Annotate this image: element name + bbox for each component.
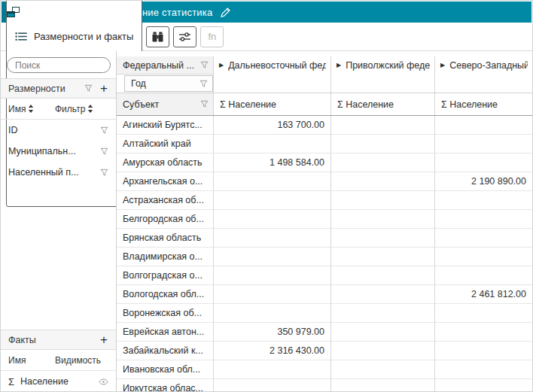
value-cell[interactable] — [434, 229, 532, 247]
edit-title-pencil-icon[interactable] — [220, 7, 231, 18]
add-fact-button[interactable]: + — [99, 333, 108, 346]
value-cell[interactable] — [434, 116, 532, 134]
row-label-cell[interactable]: Иркутская облас... — [117, 379, 213, 392]
value-cell[interactable] — [213, 266, 330, 284]
value-cell[interactable] — [330, 116, 434, 134]
filter-icon[interactable] — [100, 126, 108, 135]
value-cell[interactable] — [434, 304, 532, 322]
expand-icon[interactable]: ▶ — [337, 60, 341, 71]
row-label-cell[interactable]: Алтайский край — [117, 135, 213, 153]
column-group-label: Северо-Западный федеральный округ — [449, 60, 528, 71]
row-label-cell[interactable]: Брянская область — [117, 229, 213, 247]
fn-formula-button[interactable]: fn — [200, 26, 224, 47]
row-label-cell[interactable]: Еврейская автон... — [117, 323, 213, 341]
value-cell[interactable] — [434, 360, 532, 378]
value-cell[interactable] — [330, 248, 434, 266]
sort-icon[interactable] — [28, 105, 34, 113]
expand-icon[interactable]: ▶ — [219, 60, 224, 71]
dimensions-filter-icon[interactable] — [84, 84, 93, 93]
dimension-item[interactable]: Муниципальн... — [1, 141, 116, 162]
value-cell[interactable] — [330, 379, 434, 392]
column-dimension-cell[interactable]: Федеральный ... — [117, 56, 213, 74]
filter-icon[interactable] — [200, 61, 209, 69]
value-cell[interactable] — [434, 342, 532, 360]
filter-icon[interactable] — [199, 80, 208, 88]
filter-icon[interactable] — [200, 100, 209, 108]
value-cell[interactable]: 2 461 812.00 — [434, 285, 532, 303]
filter-icon[interactable] — [100, 147, 108, 156]
value-cell[interactable]: 2 316 430.00 — [213, 342, 330, 360]
value-cell[interactable] — [213, 379, 330, 392]
row-label-cell[interactable]: Воронежская об... — [117, 304, 213, 322]
value-cell[interactable] — [330, 285, 434, 303]
value-cell[interactable]: 163 700.00 — [213, 116, 330, 134]
value-cell[interactable] — [330, 210, 434, 228]
value-cell[interactable]: 2 190 890.00 — [434, 172, 532, 190]
row-label-cell[interactable]: Вологодская обл... — [117, 285, 213, 303]
visibility-eye-icon[interactable] — [99, 378, 108, 385]
dimensions-filter-column-label[interactable]: Фильтр — [55, 104, 85, 114]
value-cell[interactable] — [330, 304, 434, 322]
value-cell[interactable] — [434, 210, 532, 228]
value-cell[interactable] — [213, 210, 330, 228]
column-group-header[interactable]: ▶ Приволжский федеральный округ — [330, 56, 434, 93]
fact-item[interactable]: Σ Население — [1, 371, 116, 392]
value-cell[interactable] — [434, 248, 532, 266]
value-cell[interactable] — [330, 153, 434, 172]
value-cell[interactable] — [330, 342, 434, 360]
sigma-icon: Σ — [8, 376, 14, 387]
value-cell[interactable] — [330, 266, 434, 284]
row-label-cell[interactable]: Забайкальский к... — [117, 342, 213, 360]
value-cell[interactable] — [434, 153, 532, 172]
dimensions-name-column-label[interactable]: Имя — [8, 104, 26, 114]
row-label-cell[interactable]: Амурская область — [117, 153, 213, 172]
search-input[interactable] — [7, 57, 111, 73]
column-group-header[interactable]: ▶ Дальневосточный федеральный округ — [213, 56, 330, 93]
row-label-cell[interactable]: Белгородская об... — [117, 210, 213, 228]
add-dimension-button[interactable]: + — [99, 82, 108, 95]
filter-icon[interactable] — [100, 169, 108, 177]
value-cell[interactable] — [213, 304, 330, 322]
value-cell[interactable] — [213, 172, 330, 190]
value-cell[interactable] — [330, 172, 434, 190]
value-cell[interactable] — [213, 248, 330, 266]
value-cell[interactable] — [434, 191, 532, 209]
row-label-cell[interactable]: Архангельская о... — [117, 172, 213, 190]
measure-header-cell[interactable]: Σ Население — [213, 93, 330, 115]
value-cell[interactable] — [434, 266, 532, 284]
value-cell[interactable] — [330, 360, 434, 378]
value-cell[interactable]: 1 498 584.00 — [213, 153, 330, 172]
row-label-cell[interactable]: Астраханская об... — [117, 191, 213, 209]
search-binoculars-button[interactable] — [146, 26, 169, 47]
settings-sliders-button[interactable] — [173, 26, 196, 47]
measure-header-cell[interactable]: Σ Население — [434, 93, 532, 115]
value-cell[interactable] — [330, 229, 434, 247]
row-label-cell[interactable]: Владимирская о... — [117, 248, 213, 266]
value-cell[interactable] — [213, 191, 330, 209]
value-cell[interactable] — [213, 135, 330, 153]
row-dimension-cell[interactable]: Год — [124, 75, 213, 92]
value-cell[interactable] — [434, 323, 532, 341]
value-cell[interactable] — [213, 360, 330, 378]
value-cell[interactable] — [434, 379, 532, 392]
row-label-cell[interactable]: Агинский Бурятс... — [117, 116, 213, 134]
dimension-item[interactable]: Населенный п... — [1, 162, 116, 183]
value-cell[interactable] — [330, 191, 434, 209]
value-cell[interactable] — [213, 229, 330, 247]
value-cell[interactable]: 350 979.00 — [213, 323, 330, 341]
value-cell[interactable] — [330, 323, 434, 341]
dimension-item[interactable]: ID — [1, 120, 116, 141]
measure-header-cell[interactable]: Σ Население — [330, 93, 434, 115]
row-label-cell[interactable]: Волгоградская о... — [117, 266, 213, 284]
subject-header-cell[interactable]: Субъект — [117, 93, 213, 115]
value-cell[interactable] — [213, 285, 330, 303]
sort-icon[interactable] — [87, 105, 93, 113]
row-label-cell[interactable]: Ивановская обл... — [117, 360, 213, 378]
table-row: Забайкальский к...2 316 430.00 — [117, 342, 532, 360]
value-cell[interactable] — [330, 135, 434, 153]
expand-icon[interactable]: ▶ — [440, 60, 445, 71]
dimension-item-label: Населенный п... — [8, 167, 100, 178]
table-row: Еврейская автон...350 979.00 — [117, 323, 532, 342]
column-group-header[interactable]: ▶ Северо-Западный федеральный округ — [434, 56, 532, 93]
value-cell[interactable] — [434, 135, 532, 153]
